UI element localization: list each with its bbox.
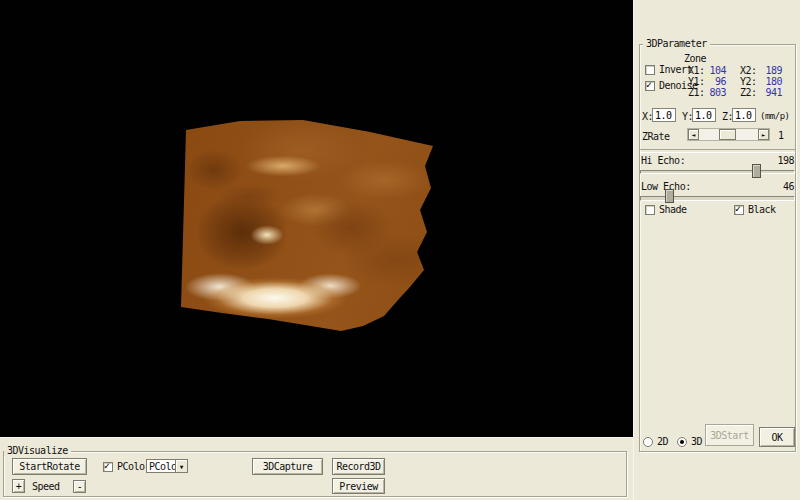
hi-echo-slider-thumb[interactable] xyxy=(752,164,761,178)
zone-x1-value: 104 xyxy=(696,65,726,76)
capture3d-button-label: 3DCapture xyxy=(263,461,313,472)
pcolor-checkbox-box: ✓ xyxy=(103,462,113,472)
speed-minus-button[interactable]: - xyxy=(73,480,86,493)
zrate-scroll-thumb[interactable] xyxy=(719,129,736,140)
speed-plus-button[interactable]: + xyxy=(12,479,25,493)
pcolor-dropdown[interactable]: PColor ▼ xyxy=(146,459,188,473)
denoise-checkbox-box: ✓ xyxy=(645,81,655,91)
low-echo-slider-thumb[interactable] xyxy=(665,189,674,203)
scale-y-input[interactable] xyxy=(692,108,716,122)
visualize-group-title: 3DVisualize xyxy=(4,445,71,456)
shade-checkbox-box xyxy=(645,205,655,215)
zone-y2-value: 180 xyxy=(748,76,782,87)
scroll-right-icon: ► xyxy=(762,131,766,138)
hi-echo-slider-track[interactable] xyxy=(640,170,795,174)
plus-icon: + xyxy=(16,481,22,492)
mode-2d-label: 2D xyxy=(657,436,668,447)
render-viewport[interactable] xyxy=(0,0,633,437)
scale-unit-label: (mm/p) xyxy=(760,111,790,121)
scale-x-input[interactable] xyxy=(652,108,676,122)
start3d-button-label: 3DStart xyxy=(710,430,749,441)
ultrasound-volume-render xyxy=(0,0,633,437)
shade-label: Shade xyxy=(659,204,687,215)
param-group-title: 3DParameter xyxy=(643,38,710,49)
start3d-button[interactable]: 3DStart xyxy=(705,424,754,446)
checkmark-icon: ✓ xyxy=(646,79,652,90)
mode-2d-radio[interactable]: 2D xyxy=(643,436,668,447)
start-rotate-button-label: StartRotate xyxy=(19,461,80,472)
zrate-label: ZRate xyxy=(642,131,670,142)
shade-checkbox[interactable]: Shade xyxy=(645,204,687,215)
separator xyxy=(640,149,795,153)
checkmark-icon: ✓ xyxy=(104,460,110,471)
start-rotate-button[interactable]: StartRotate xyxy=(12,458,87,475)
mode-3d-radio-circle xyxy=(677,437,687,447)
zrate-value: 1 xyxy=(778,130,784,141)
pcolor-dropdown-button[interactable]: ▼ xyxy=(175,460,187,472)
parameter-panel: 3DParameter Invert ✓ Denoise Zone X1: 10… xyxy=(633,0,800,500)
zrate-scroll-right-button[interactable]: ► xyxy=(758,129,769,140)
ultrasound-3d-app: 3DParameter Invert ✓ Denoise Zone X1: 10… xyxy=(0,0,800,500)
mode-3d-label: 3D xyxy=(691,436,702,447)
hi-echo-label: Hi Echo: xyxy=(641,155,685,166)
black-label: Black xyxy=(748,204,776,215)
pcolor-dropdown-value: PColor xyxy=(147,461,175,472)
visualize-panel: 3DVisualize StartRotate + Speed - ✓ PCol… xyxy=(0,437,633,500)
zone-z2-value: 941 xyxy=(748,87,782,98)
zrate-scroll-left-button[interactable]: ◄ xyxy=(688,129,699,140)
record3d-button-label: Record3D xyxy=(336,461,380,472)
capture3d-button[interactable]: 3DCapture xyxy=(252,458,323,475)
record3d-button[interactable]: Record3D xyxy=(332,458,385,475)
preview-button[interactable]: Preview xyxy=(332,478,385,494)
checkmark-icon: ✓ xyxy=(735,203,741,214)
zone-z1-value: 803 xyxy=(696,87,726,98)
mode-2d-radio-circle xyxy=(643,437,653,447)
zone-label: Zone xyxy=(684,53,706,64)
scroll-left-icon: ◄ xyxy=(692,131,696,138)
invert-checkbox-box xyxy=(645,65,655,75)
param-groupbox: Invert ✓ Denoise Zone X1: 104 X2: 189 Y1… xyxy=(639,44,796,452)
zrate-scrollbar[interactable]: ◄ ► xyxy=(687,128,770,141)
invert-checkbox[interactable]: Invert xyxy=(645,64,692,75)
mode-3d-radio[interactable]: 3D xyxy=(677,436,702,447)
low-echo-slider-track[interactable] xyxy=(640,196,795,201)
zone-x2-value: 189 xyxy=(748,65,782,76)
black-checkbox[interactable]: ✓ Black xyxy=(734,204,776,215)
minus-icon: - xyxy=(77,481,83,492)
black-checkbox-box: ✓ xyxy=(734,205,744,215)
scale-z-input[interactable] xyxy=(732,108,756,122)
preview-button-label: Preview xyxy=(339,481,378,492)
speed-label: Speed xyxy=(32,481,60,492)
ok-button[interactable]: OK xyxy=(759,427,795,447)
zone-y1-value: 96 xyxy=(696,76,726,87)
low-echo-value: 46 xyxy=(750,181,794,192)
dropdown-arrow-icon: ▼ xyxy=(180,463,184,470)
ok-button-label: OK xyxy=(771,432,782,443)
pcolor-checkbox[interactable]: ✓ PColor xyxy=(103,461,150,472)
